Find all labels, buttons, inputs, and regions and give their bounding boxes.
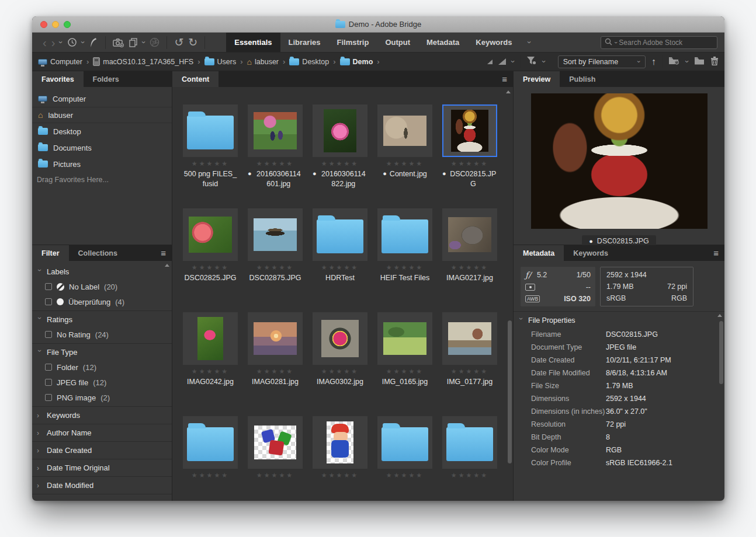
thumbnail-card[interactable] — [442, 312, 497, 365]
history-dropdown-icon[interactable]: › — [79, 41, 86, 43]
thumbnail-card[interactable] — [248, 104, 303, 157]
filter-section-header[interactable]: ›Date Created — [32, 443, 172, 458]
forward-icon[interactable]: › — [51, 37, 56, 48]
close-window-button[interactable] — [40, 21, 47, 28]
rating-stars[interactable]: ★★★★★ — [192, 472, 229, 479]
workspace-tab-output[interactable]: Output — [377, 33, 418, 52]
filter-checkbox[interactable] — [45, 331, 52, 338]
breadcrumb-item[interactable]: Users — [204, 58, 237, 66]
content-scroll-up-icon[interactable] — [506, 90, 511, 93]
rating-stars[interactable]: ★★★★★ — [451, 368, 488, 375]
file-properties-header[interactable]: › File Properties — [514, 315, 724, 328]
filter-section-header[interactable]: ›Keywords — [32, 408, 172, 423]
file-property-value[interactable]: 8 — [606, 433, 610, 441]
content-menu-icon[interactable]: ≡ — [502, 71, 507, 87]
minimize-window-button[interactable] — [52, 21, 59, 28]
sort-select[interactable]: Sort by Filename › — [558, 55, 646, 68]
batch-rename-icon[interactable] — [129, 38, 138, 47]
thumbnail-cell[interactable]: ★★★★★IMAG0302.jpg — [313, 312, 367, 416]
thumbnail-card[interactable] — [313, 312, 367, 365]
breadcrumb-item[interactable]: Desktop — [289, 58, 329, 66]
content-scrollbar[interactable] — [508, 320, 512, 463]
back-icon[interactable]: ‹ — [43, 37, 47, 48]
thumbnail-card[interactable] — [442, 416, 497, 469]
open-recent-icon[interactable] — [668, 56, 680, 68]
file-property-value[interactable]: 72 ppi — [606, 420, 626, 428]
rating-stars[interactable]: ★★★★★ — [321, 472, 359, 479]
rating-stars[interactable]: ★★★★★ — [256, 472, 294, 479]
thumbnail-cell[interactable]: ★★★★★HDRTest — [313, 208, 367, 312]
breadcrumb-item[interactable]: macOS10.13_17A365_HFS — [93, 57, 193, 66]
filter-checkbox[interactable] — [45, 379, 52, 386]
thumbnail-cell[interactable]: ★★★★★IMG_0165.jpg — [377, 312, 432, 416]
thumbnail-cell[interactable]: ★★★★★ — [313, 416, 367, 501]
thumbnail-card[interactable] — [377, 312, 432, 365]
breadcrumb-item[interactable]: Demo — [340, 58, 373, 66]
workspace-tab-metadata[interactable]: Metadata — [418, 33, 467, 52]
metadata-scrollbar[interactable] — [719, 321, 723, 384]
rating-stars[interactable]: ★★★★★ — [386, 472, 424, 479]
sidebar-item-documents[interactable]: Documents — [32, 140, 172, 156]
workspace-tab-keywords[interactable]: Keywords — [467, 33, 520, 52]
sort-ascending-icon[interactable]: ↑ — [651, 57, 656, 67]
workspace-tab-libraries[interactable]: Libraries — [280, 33, 329, 52]
thumbnail-card[interactable] — [313, 104, 367, 157]
import-from-camera-icon[interactable] — [113, 38, 124, 47]
filter-item[interactable]: PNG image(2) — [32, 390, 172, 405]
thumbnail-cell[interactable]: ★★★★★DSC02825.JPG — [183, 208, 238, 312]
workspace-more-icon[interactable]: › — [526, 41, 533, 43]
thumbnail-cell[interactable]: ★★★★★ — [377, 416, 432, 501]
filter-section-header[interactable]: ›Ratings — [32, 312, 172, 327]
filter-section-header[interactable]: ›File Type — [32, 345, 172, 360]
thumbnail-cell[interactable]: ★★★★★IMG_0177.jpg — [442, 312, 497, 416]
thumbnail-card[interactable] — [442, 208, 497, 261]
file-property-value[interactable]: JPEG file — [606, 343, 636, 351]
boomerang-icon[interactable] — [89, 37, 98, 48]
sidebar-item-desktop[interactable]: Desktop — [32, 123, 172, 140]
metadata-menu-icon[interactable]: ≡ — [713, 245, 719, 261]
rating-stars[interactable]: ★★★★★ — [321, 368, 359, 375]
thumbnail-card[interactable] — [313, 416, 367, 469]
thumbnail-card[interactable] — [248, 416, 303, 469]
undo-icon[interactable]: ↺ — [174, 37, 183, 48]
file-property-value[interactable]: 2592 x 1944 — [606, 395, 646, 403]
tab-metadata[interactable]: Metadata — [514, 245, 564, 261]
filter-rating-icon[interactable] — [526, 56, 537, 68]
thumbnail-quality-quick-icon[interactable] — [487, 60, 493, 64]
thumbnail-quality-icon[interactable] — [498, 58, 506, 65]
thumbnail-card[interactable] — [183, 104, 238, 157]
thumbnail-card[interactable] — [313, 208, 367, 261]
filter-section-header[interactable]: ›Date Modified — [32, 478, 172, 493]
tab-publish[interactable]: Publish — [560, 71, 605, 87]
filter-item[interactable]: JPEG file(12) — [32, 375, 172, 390]
thumbnail-card[interactable] — [377, 104, 432, 157]
history-icon[interactable] — [67, 37, 77, 47]
thumbnail-cell[interactable]: ★★★★★IMAG0242.jpg — [183, 312, 238, 416]
thumbnail-cell[interactable]: ★★★★★●20160306114601.jpg — [248, 104, 303, 208]
new-folder-icon[interactable] — [694, 57, 705, 67]
rating-stars[interactable]: ★★★★★ — [451, 264, 488, 271]
thumbnail-cell[interactable]: ★★★★★IMAG0217.jpg — [442, 208, 497, 312]
tab-content[interactable]: Content — [172, 71, 219, 87]
rating-stars[interactable]: ★★★★★ — [386, 160, 424, 168]
sidebar-item-computer[interactable]: Computer — [32, 90, 172, 107]
tab-keywords[interactable]: Keywords — [564, 245, 618, 261]
file-property-value[interactable]: RGB — [606, 446, 622, 454]
sidebar-item-labuser[interactable]: ⌂labuser — [32, 107, 172, 123]
redo-icon[interactable]: ↻ — [188, 37, 197, 48]
file-property-value[interactable]: sRGB IEC61966-2.1 — [606, 459, 672, 467]
tab-collections[interactable]: Collections — [69, 245, 127, 261]
refine-aperture-icon[interactable] — [150, 37, 159, 47]
filter-section-header[interactable]: ›Date Time Original — [32, 461, 172, 475]
filter-item[interactable]: Folder(12) — [32, 360, 172, 375]
search-box[interactable]: › — [601, 36, 717, 49]
batch-dropdown-icon[interactable]: › — [140, 41, 148, 43]
filter-checkbox[interactable] — [45, 364, 52, 371]
nav-dropdown-icon[interactable]: › — [57, 41, 65, 43]
filter-scroll-up-icon[interactable] — [165, 264, 169, 267]
recent-dropdown-icon[interactable]: › — [683, 60, 691, 62]
thumbnail-card[interactable] — [183, 416, 238, 469]
thumbnail-card[interactable] — [183, 208, 238, 261]
rating-stars[interactable]: ★★★★★ — [321, 264, 359, 271]
filter-checkbox[interactable] — [45, 283, 52, 290]
